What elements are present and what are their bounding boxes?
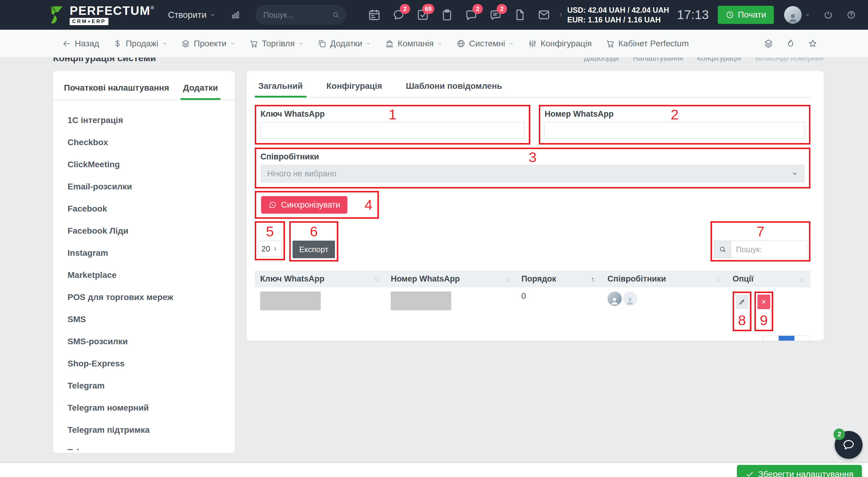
- sidebar-item[interactable]: ClickMeeting: [53, 153, 235, 176]
- pencil-icon: [738, 298, 746, 305]
- sidebar-item[interactable]: 1С інтеграція: [53, 109, 235, 131]
- employees-select[interactable]: Нічого не вибрано: [260, 165, 805, 183]
- nav-item[interactable]: Конфігурація: [528, 39, 592, 49]
- sidebar-tab[interactable]: Початкові налаштування: [64, 83, 169, 99]
- header-icons: 2 69 2 2: [368, 8, 551, 22]
- help-icon[interactable]: [846, 9, 856, 21]
- table-search-input[interactable]: [731, 241, 807, 258]
- nav-item[interactable]: Продажі: [113, 39, 167, 49]
- header-search[interactable]: [255, 5, 346, 25]
- page-head: Конфігурація системи ДашбордиНалаштуванн…: [53, 58, 824, 71]
- sidebar-item[interactable]: Telegram номерний: [53, 397, 235, 419]
- header-icon[interactable]: 2: [392, 8, 405, 22]
- sidebar-item[interactable]: Facebook: [53, 198, 235, 220]
- sort-icon[interactable]: [374, 274, 380, 284]
- sidebar-item[interactable]: Instagram: [53, 242, 235, 264]
- create-button[interactable]: Створити: [168, 10, 216, 20]
- sidebar-item[interactable]: POS для торгових мереж: [53, 286, 235, 308]
- nav-item[interactable]: Компанія: [385, 39, 442, 49]
- whatsapp-number-input[interactable]: [545, 122, 805, 139]
- masked-number-value: [391, 292, 451, 310]
- header-icon[interactable]: 69: [416, 8, 430, 22]
- brand-logo[interactable]: PERFECTUM® CRM+ERP: [49, 4, 155, 25]
- header-icon[interactable]: 2: [489, 8, 502, 22]
- settings-tab[interactable]: Конфігурація: [323, 81, 386, 97]
- chevron-right-icon[interactable]: [558, 11, 564, 19]
- sort-icon[interactable]: [716, 274, 722, 284]
- annotation-box-1: 1 Ключ WhatsApp: [255, 105, 530, 145]
- annotation-box-3: 3 Співробітники Нічого не вибрано: [255, 148, 810, 188]
- notification-badge: 2: [497, 4, 507, 14]
- annotation-box-4: Синхронізувати 4: [255, 191, 379, 219]
- breadcrumb-item[interactable]: WhatsApp номерний: [755, 58, 824, 64]
- sidebar-item[interactable]: SMS: [53, 308, 235, 330]
- save-settings-button[interactable]: Зберегти налаштування: [737, 465, 862, 477]
- header-icon[interactable]: [440, 8, 454, 22]
- breadcrumb-item[interactable]: Налаштування: [633, 58, 683, 64]
- whatsapp-key-input[interactable]: [260, 122, 525, 139]
- column-header[interactable]: Ключ WhatsApp: [255, 271, 385, 287]
- brand-reg: ®: [151, 5, 155, 10]
- delete-button[interactable]: [757, 295, 770, 309]
- header-icon[interactable]: [368, 8, 381, 22]
- settings-tab[interactable]: Загальний: [255, 81, 307, 97]
- column-header[interactable]: Номер WhatsApp: [385, 271, 516, 287]
- start-button[interactable]: Почати: [718, 6, 774, 24]
- employee-avatar-placeholder[interactable]: [623, 292, 637, 306]
- sidebar-item[interactable]: Shop-Express: [53, 353, 235, 375]
- sidebar-item[interactable]: Checkbox: [53, 131, 235, 153]
- prev-page-button[interactable]: [763, 336, 779, 340]
- chat-widget-button[interactable]: 2: [835, 431, 863, 459]
- next-page-button[interactable]: [795, 336, 810, 340]
- header-icon[interactable]: [513, 8, 526, 22]
- sidebar-item[interactable]: Facebook Ліди: [53, 220, 235, 242]
- bar-chart-icon[interactable]: [231, 9, 240, 21]
- pagination: 1: [763, 335, 810, 340]
- current-page[interactable]: 1: [779, 336, 795, 340]
- sync-button[interactable]: Синхронізувати: [261, 196, 347, 214]
- sidebar-item[interactable]: Telegram підтримка: [53, 419, 235, 441]
- edit-button[interactable]: [736, 295, 748, 309]
- sidebar-item[interactable]: Marketplace: [53, 264, 235, 286]
- sidebar-tab[interactable]: Додатки: [183, 83, 218, 99]
- sort-icon[interactable]: [799, 274, 805, 284]
- nav-item[interactable]: Торгівля: [249, 39, 304, 49]
- annotation-number-9: 9: [760, 313, 768, 328]
- header-icon[interactable]: [537, 8, 551, 22]
- nav-item[interactable]: Проекти: [181, 39, 235, 49]
- annotation-number-6: 6: [310, 224, 318, 239]
- sidebar-item[interactable]: Telegram: [53, 375, 235, 397]
- column-header[interactable]: Співробітники: [602, 271, 727, 287]
- sort-icon[interactable]: [591, 274, 597, 284]
- annotation-box-2: 2 Номер WhatsApp: [539, 105, 810, 145]
- notification-badge: 69: [422, 4, 434, 14]
- breadcrumb-item[interactable]: Конфігурація: [697, 58, 741, 64]
- nav-item[interactable]: Системні: [457, 39, 514, 49]
- export-button[interactable]: Експорт: [292, 241, 335, 258]
- sidebar-item[interactable]: Email-розсилки: [53, 176, 235, 198]
- avatar[interactable]: [784, 6, 802, 24]
- column-header[interactable]: Порядок: [516, 271, 602, 287]
- usd-rate: USD: 42.04 UAH / 42.04 UAH: [567, 5, 669, 15]
- column-header[interactable]: Опції: [727, 271, 810, 287]
- employee-avatar-photo[interactable]: [608, 292, 622, 306]
- flame-icon[interactable]: [786, 38, 796, 49]
- page-size-select[interactable]: 20: [258, 241, 282, 257]
- breadcrumb-item[interactable]: Дашборди: [584, 58, 619, 64]
- layers-icon[interactable]: [764, 38, 774, 49]
- user-menu[interactable]: [784, 6, 810, 24]
- sidebar-item[interactable]: Telegram розсилки: [53, 441, 235, 450]
- star-icon[interactable]: [808, 38, 818, 49]
- masked-key-value: [260, 292, 321, 310]
- power-icon[interactable]: [824, 9, 833, 21]
- nav-item[interactable]: Назад: [62, 39, 99, 49]
- nav-item[interactable]: Кабінет Perfectum: [606, 39, 689, 49]
- settings-tab[interactable]: Шаблони повідомлень: [402, 81, 506, 97]
- sort-icon[interactable]: [504, 274, 510, 284]
- bottom-bar: Зберегти налаштування: [0, 463, 868, 477]
- nav-item[interactable]: Додатки: [317, 39, 371, 49]
- sidebar-item[interactable]: SMS-розсилки: [53, 330, 235, 353]
- table-row[interactable]: 0 8: [255, 287, 810, 331]
- breadcrumb: ДашбордиНалаштуванняКонфігураціяWhatsApp…: [584, 58, 824, 64]
- header-icon[interactable]: 2: [465, 8, 478, 22]
